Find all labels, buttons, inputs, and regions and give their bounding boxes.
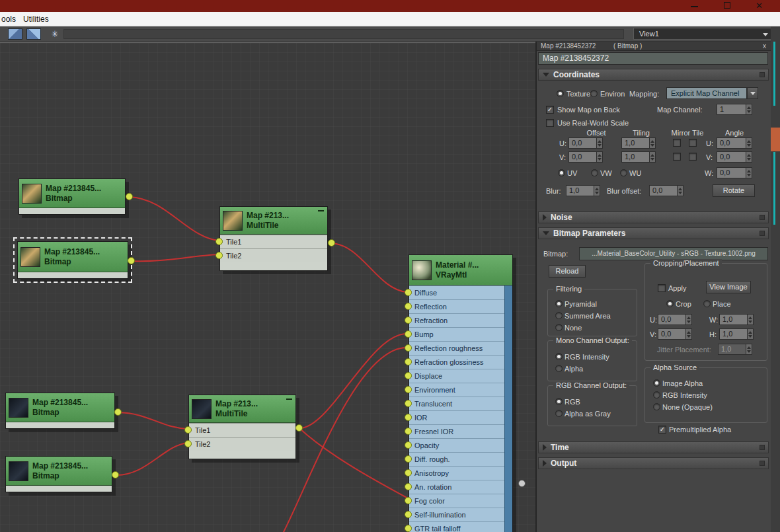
wire[interactable] [283,348,407,532]
crop-radio[interactable] [666,300,674,307]
angle-u-spinner[interactable]: 0,0 [717,137,752,149]
spinner-arrows-icon[interactable] [677,186,683,196]
input-socket[interactable] [405,400,412,407]
panel-close-icon[interactable]: x [763,42,766,50]
rollout-noise[interactable]: Noise [538,211,769,223]
crop-w-spinner[interactable]: 1,0 [719,314,754,325]
use-real-world-scale-checkbox[interactable] [546,119,554,127]
material-slot[interactable]: Displace [409,369,512,383]
material-slot[interactable]: Environment [409,383,512,397]
rotate-button[interactable]: Rotate [713,184,755,197]
spinner-arrows-icon[interactable] [649,138,655,148]
input-socket[interactable] [405,386,412,393]
material-slot[interactable]: Translucent [409,397,512,410]
docked-tool-icon[interactable] [771,128,780,151]
angle-w-spinner[interactable]: 0,0 [717,167,752,178]
output-socket[interactable] [328,239,335,247]
tile-slot[interactable]: Tile2 [189,437,295,451]
rollout-bitmap-parameters[interactable]: Bitmap Parameters [538,227,769,239]
output-socket[interactable] [114,408,122,416]
input-socket[interactable] [405,441,412,449]
blur-offset-spinner[interactable]: 0,0 [649,185,683,196]
vw-radio[interactable] [591,169,598,176]
material-slot[interactable]: Refraction [409,313,512,327]
input-socket[interactable] [405,469,412,476]
input-socket[interactable] [405,358,412,365]
node-collapse-icon[interactable] [318,210,324,211]
spinner-arrows-icon[interactable] [649,152,655,162]
material-slot[interactable]: Opacity [409,438,512,452]
input-socket[interactable] [184,440,192,447]
vraymtl-node[interactable]: Material #... VRayMtl Diffuse Reflection… [409,254,513,532]
wire[interactable] [132,254,219,261]
tiling-v-spinner[interactable]: 1,0 [621,151,656,163]
input-socket[interactable] [405,303,412,310]
texture-radio[interactable] [557,90,564,97]
bitmap-node-4[interactable]: Map #213845... Bitmap [5,456,112,492]
material-slot[interactable]: Diffuse [409,285,512,299]
blur-spinner[interactable]: 1,0 [566,185,600,196]
input-socket[interactable] [405,372,412,379]
summed-area-radio[interactable] [555,312,563,319]
layout-grid-icon[interactable] [8,28,22,40]
input-socket[interactable] [215,238,223,245]
wire[interactable] [130,197,219,241]
material-slot[interactable]: Bump [409,327,512,341]
spinner-arrows-icon[interactable] [746,104,752,114]
spinner-arrows-icon[interactable] [747,329,753,339]
tiling-u-spinner[interactable]: 1,0 [621,137,656,149]
place-radio[interactable] [703,300,711,307]
mirror-u-checkbox[interactable] [673,139,681,147]
input-socket[interactable] [405,414,412,421]
multitile-node-2[interactable]: Map #213... MultiTile Tile1 Tile2 [188,395,296,459]
premultiplied-alpha-checkbox[interactable] [658,426,666,434]
tile-slot[interactable]: Tile1 [220,235,327,248]
image-alpha-radio[interactable] [653,379,660,387]
pyramidal-radio[interactable] [555,300,563,307]
vray-output-socket[interactable] [518,480,526,487]
rollout-coordinates[interactable]: Coordinates [538,69,769,81]
spinner-arrows-icon[interactable] [747,315,753,324]
input-socket[interactable] [405,455,412,463]
material-slot[interactable]: Reflection roughness [409,341,512,355]
crop-v-spinner[interactable]: 0,0 [658,328,692,340]
alpha-as-gray-radio[interactable] [555,410,563,417]
spinner-arrows-icon[interactable] [596,138,602,148]
material-slot[interactable]: Reflection [409,299,512,313]
jitter-placement-spinner[interactable]: 1,0 [718,344,752,355]
tile-u-checkbox[interactable] [689,139,697,147]
material-slot[interactable]: Fog color [409,494,512,508]
output-socket[interactable] [126,193,133,200]
input-socket[interactable] [405,317,412,324]
spinner-arrows-icon[interactable] [746,138,752,148]
alpha-rgb-intensity-radio[interactable] [653,391,660,399]
spinner-arrows-icon[interactable] [685,329,691,339]
wu-radio[interactable] [620,169,627,176]
mapping-dropdown[interactable]: Explicit Map Channel [666,87,747,99]
minimize-button[interactable] [684,0,704,12]
material-slot[interactable]: Anisotropy [409,466,512,480]
crop-u-spinner[interactable]: 0,0 [658,314,692,325]
spinner-arrows-icon[interactable] [685,315,691,324]
crop-h-spinner[interactable]: 1,0 [719,328,754,340]
maximize-button[interactable] [717,0,737,12]
map-channel-spinner[interactable]: 1 [717,104,752,115]
spinner-arrows-icon[interactable] [596,152,602,162]
input-socket[interactable] [405,511,412,518]
wire[interactable] [118,412,188,429]
spinner-arrows-icon[interactable] [746,168,752,178]
output-socket[interactable] [295,424,303,432]
material-slot[interactable]: IOR [409,410,512,424]
offset-v-spinner[interactable]: 0,0 [568,151,603,163]
view-image-button[interactable]: View Image [706,281,751,293]
environ-radio[interactable] [590,90,598,97]
move-tool-icon[interactable]: ✳ [48,28,62,40]
rgb-intensity-radio[interactable] [555,353,563,360]
input-socket[interactable] [405,483,412,490]
rollout-pin-icon[interactable] [760,215,765,220]
multitile-node-1[interactable]: Map #213... MultiTile Tile1 Tile2 [219,206,328,271]
tile-slot[interactable]: Tile1 [189,423,295,437]
tile-v-checkbox[interactable] [689,153,697,161]
alpha-mono-radio[interactable] [555,365,563,372]
material-slot[interactable]: Self-illumination [409,508,512,521]
